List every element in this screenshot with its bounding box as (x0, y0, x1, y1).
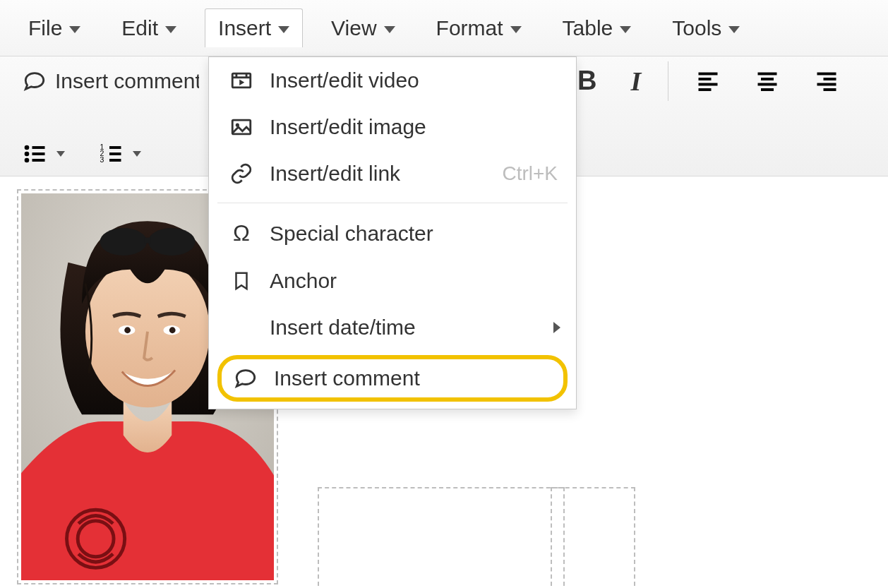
placeholder-box[interactable] (318, 487, 565, 586)
svg-rect-24 (232, 73, 251, 88)
menu-item-insert-link[interactable]: Insert/edit link Ctrl+K (209, 150, 576, 197)
caret-down-icon (510, 26, 522, 33)
menu-item-label: Insert date/time (270, 316, 416, 340)
placeholder-box[interactable] (551, 487, 635, 586)
comment-icon (23, 69, 47, 93)
caret-down-icon (278, 26, 289, 33)
caret-down-icon (620, 26, 631, 33)
svg-point-13 (25, 152, 30, 157)
menu-edit[interactable]: Edit (109, 9, 189, 47)
numbered-list-icon: 123 (99, 141, 124, 167)
menu-insert-label: Insert (218, 16, 271, 40)
menu-item-shortcut: Ctrl+K (502, 162, 558, 185)
omega-icon: Ω (227, 220, 256, 246)
svg-point-35 (100, 228, 147, 256)
menu-view-label: View (331, 16, 376, 40)
menu-table-label: Table (563, 16, 613, 40)
dropdown-separator (217, 203, 568, 203)
svg-text:3: 3 (100, 155, 104, 164)
comment-icon (232, 366, 260, 390)
menu-item-label: Insert/edit video (270, 68, 419, 92)
caret-down-icon (165, 26, 176, 33)
align-left-icon (695, 68, 721, 94)
svg-point-36 (148, 228, 196, 256)
menu-format-label: Format (436, 16, 503, 40)
link-icon (227, 162, 256, 186)
insert-comment-button[interactable]: Insert comment (16, 64, 199, 99)
align-left-button[interactable] (688, 63, 728, 100)
image-icon (227, 115, 256, 139)
menu-item-insert-video[interactable]: Insert/edit video (209, 57, 576, 104)
bullet-list-icon (23, 141, 48, 167)
menu-item-label: Insert/edit image (270, 115, 426, 139)
menu-item-anchor[interactable]: Anchor (209, 258, 576, 304)
menu-edit-label: Edit (121, 16, 158, 40)
menu-view[interactable]: View (318, 9, 407, 47)
menu-item-insert-comment[interactable]: Insert comment (217, 355, 568, 402)
align-center-button[interactable] (748, 63, 787, 100)
menu-item-insert-datetime[interactable]: Insert date/time (209, 304, 576, 351)
menu-table[interactable]: Table (550, 9, 644, 47)
align-right-icon (814, 68, 839, 94)
bookmark-icon (227, 269, 256, 293)
menu-file[interactable]: File (16, 9, 93, 47)
align-center-icon (755, 68, 780, 94)
menu-item-label: Insert/edit link (270, 162, 400, 186)
menu-file-label: File (28, 16, 62, 40)
svg-point-12 (25, 145, 30, 150)
menu-item-insert-image[interactable]: Insert/edit image (209, 104, 576, 150)
caret-down-icon (133, 151, 141, 157)
insert-dropdown: Insert/edit video Insert/edit image Inse… (208, 56, 577, 409)
align-right-button[interactable] (807, 63, 846, 100)
menu-item-label: Insert comment (274, 366, 420, 390)
svg-point-40 (124, 327, 131, 333)
italic-button[interactable]: I (623, 60, 648, 102)
numbered-list-button[interactable]: 123 (92, 136, 148, 172)
svg-point-14 (25, 158, 30, 163)
menu-tools[interactable]: Tools (659, 9, 752, 47)
svg-rect-37 (144, 238, 151, 244)
caret-down-icon (56, 151, 65, 157)
menubar: File Edit Insert View Format Table Tools (0, 0, 888, 56)
toolbar-separator (668, 61, 668, 101)
italic-glyph: I (630, 66, 641, 97)
menu-tools-label: Tools (672, 16, 721, 40)
submenu-caret-icon (553, 322, 560, 333)
menu-item-label: Special character (270, 222, 433, 246)
insert-comment-button-label: Insert comment (55, 69, 199, 93)
video-icon (227, 68, 256, 92)
menu-format[interactable]: Format (424, 9, 534, 47)
bullet-list-button[interactable] (16, 136, 72, 172)
svg-point-41 (169, 327, 176, 333)
bold-glyph: B (577, 66, 596, 96)
menu-item-label: Anchor (270, 269, 337, 293)
menu-item-special-character[interactable]: Ω Special character (209, 209, 576, 258)
menu-insert[interactable]: Insert (205, 8, 303, 47)
svg-marker-28 (239, 80, 244, 86)
caret-down-icon (728, 26, 740, 33)
caret-down-icon (384, 26, 395, 33)
caret-down-icon (69, 26, 80, 33)
